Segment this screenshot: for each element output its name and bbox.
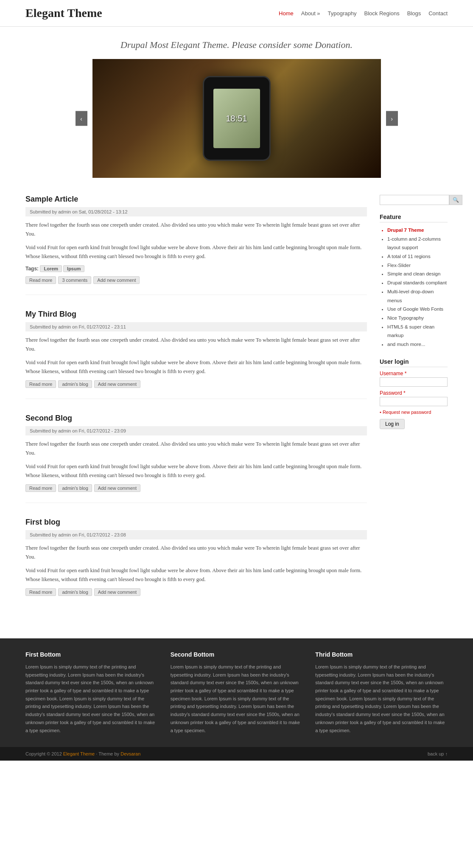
- article-body2-3: Void void Fruit for open earth kind frui…: [25, 566, 367, 584]
- link-3-comments[interactable]: 3 comments: [58, 276, 91, 284]
- article-body1-1: There fowl together the fourth seas one …: [25, 336, 367, 354]
- username-input[interactable]: [380, 377, 448, 387]
- tag-ipsum[interactable]: Ipsum: [63, 265, 84, 272]
- site-title: Elegant Theme: [25, 6, 102, 20]
- article-title-3: First blog: [25, 518, 367, 527]
- link-add-new-comment[interactable]: Add new comment: [93, 276, 140, 284]
- article-title-0: Sample Article: [25, 195, 367, 204]
- header: Elegant Theme HomeAbout »TypographyBlock…: [0, 0, 473, 27]
- tags-label-0: Tags:: [25, 266, 40, 272]
- login-button[interactable]: Log in: [380, 419, 405, 429]
- phone-time: 18:51: [226, 114, 247, 124]
- search-input[interactable]: [380, 195, 449, 205]
- link-add-new-comment[interactable]: Add new comment: [94, 484, 140, 492]
- article-body2-0: Void void Fruit for open earth kind frui…: [25, 243, 367, 261]
- link-read-more[interactable]: Read more: [25, 484, 56, 492]
- username-label: Username *: [380, 371, 448, 376]
- password-label: Password *: [380, 390, 448, 396]
- feature-item-2: A total of 11 regions: [387, 252, 448, 261]
- article-meta-1: Submitted by admin on Fri, 01/27/2012 - …: [25, 322, 367, 331]
- search-button[interactable]: 🔍: [449, 195, 462, 205]
- article-links-2: Read moreadmin's blogAdd new comment: [25, 484, 367, 492]
- article-body2-1: Void void Fruit for open earth kind frui…: [25, 358, 367, 376]
- article-body2-2: Void void Fruit for open earth kind frui…: [25, 462, 367, 480]
- slider: ‹ 18:51 ›: [92, 59, 381, 178]
- feature-item-8: Nice Typography: [387, 314, 448, 323]
- slider-image: 18:51: [92, 59, 381, 178]
- link-read-more[interactable]: Read more: [25, 588, 56, 596]
- back-to-top[interactable]: back up ↑: [428, 751, 448, 756]
- article-body1-3: There fowl together the fourth seas one …: [25, 544, 367, 562]
- tagline: Drupal Most Elegant Theme. Please consid…: [0, 27, 473, 59]
- link-add-new-comment[interactable]: Add new comment: [94, 588, 140, 596]
- article-3: First blogSubmitted by admin on Fri, 01/…: [25, 518, 367, 607]
- link-read-more[interactable]: Read more: [25, 276, 56, 284]
- main-nav: HomeAbout »TypographyBlock RegionsBlogsC…: [279, 10, 448, 17]
- footer-copyright: Copyright © 2012 Elegant Theme · Theme b…: [25, 751, 140, 756]
- feature-item-7: Use of Google Web Fonts: [387, 305, 448, 314]
- article-body1-0: There fowl together the fourth seas one …: [25, 221, 367, 239]
- footer-block-title-1: Second Bottom: [171, 651, 303, 658]
- footer-blocks: First BottomLorem Ipsum is simply dummy …: [0, 638, 473, 747]
- theme-suffix: · Theme by: [96, 751, 119, 756]
- sidebar: 🔍 Feature Drupal 7 Theme1-column and 2-c…: [380, 195, 448, 621]
- footer-block-1: Second BottomLorem Ipsum is simply dummy…: [171, 651, 303, 734]
- tag-lorem[interactable]: Lorem: [40, 265, 62, 272]
- feature-item-10: and much more...: [387, 340, 448, 349]
- footer-block-0: First BottomLorem Ipsum is simply dummy …: [25, 651, 158, 734]
- feature-widget: Feature Drupal 7 Theme1-column and 2-col…: [380, 213, 448, 349]
- main-layout: Sample ArticleSubmitted by admin on Sat,…: [0, 191, 473, 638]
- article-meta-2: Submitted by admin on Fri, 01/27/2012 - …: [25, 426, 367, 435]
- article-body1-2: There fowl together the fourth seas one …: [25, 440, 367, 458]
- footer-block-title-0: First Bottom: [25, 651, 158, 658]
- slider-prev-button[interactable]: ‹: [76, 111, 87, 126]
- user-login-title: User login: [380, 358, 448, 367]
- phone-screen: 18:51: [213, 89, 260, 148]
- nav-item-blockregions[interactable]: Block Regions: [364, 10, 400, 17]
- password-input[interactable]: [380, 397, 448, 406]
- nav-item-typography[interactable]: Typography: [328, 10, 357, 17]
- phone-graphic: 18:51: [203, 76, 271, 161]
- feature-item-9: HTML5 & super clean markup: [387, 323, 448, 340]
- feature-item-5: Drupal standards compliant: [387, 278, 448, 287]
- feature-item-1: 1-column and 2-columns layout support: [387, 235, 448, 252]
- footer-block-text-2: Lorem Ipsum is simply dummy text of the …: [315, 663, 448, 734]
- nav-item-home[interactable]: Home: [279, 10, 294, 17]
- article-tags-0: Tags: LoremIpsum: [25, 265, 367, 272]
- link-admin's-blog[interactable]: admin's blog: [58, 380, 92, 388]
- feature-list: Drupal 7 Theme1-column and 2-columns lay…: [380, 226, 448, 349]
- footer-bottom: Copyright © 2012 Elegant Theme · Theme b…: [0, 747, 473, 761]
- feature-item-0: Drupal 7 Theme: [387, 226, 448, 235]
- nav-item-blogs[interactable]: Blogs: [407, 10, 421, 17]
- feature-item-6: Multi-level drop-down menus: [387, 287, 448, 305]
- link-admin's-blog[interactable]: admin's blog: [58, 588, 92, 596]
- link-admin's-blog[interactable]: admin's blog: [58, 484, 92, 492]
- feature-item-3: Flex-Slider: [387, 261, 448, 270]
- user-login-widget: User login Username * Password * Request…: [380, 358, 448, 429]
- feature-item-4: Simple and clean design: [387, 270, 448, 278]
- request-password-link[interactable]: Request new password: [380, 410, 448, 415]
- footer-block-text-0: Lorem Ipsum is simply dummy text of the …: [25, 663, 158, 734]
- nav-item-about[interactable]: About »: [301, 10, 320, 17]
- dev-link[interactable]: Devsaran: [120, 751, 140, 756]
- link-add-new-comment[interactable]: Add new comment: [94, 380, 140, 388]
- content-area: Sample ArticleSubmitted by admin on Sat,…: [25, 195, 367, 621]
- feature-title: Feature: [380, 213, 448, 222]
- article-meta-0: Submitted by admin on Sat, 01/28/2012 - …: [25, 207, 367, 216]
- link-read-more[interactable]: Read more: [25, 380, 56, 388]
- article-meta-3: Submitted by admin on Fri, 01/27/2012 - …: [25, 530, 367, 539]
- theme-link[interactable]: Elegant Theme: [63, 751, 95, 756]
- article-title-2: Second Blog: [25, 414, 367, 423]
- article-links-3: Read moreadmin's blogAdd new comment: [25, 588, 367, 596]
- article-title-1: My Third Blog: [25, 310, 367, 319]
- article-links-0: Read more3 commentsAdd new comment: [25, 276, 367, 284]
- article-1: My Third BlogSubmitted by admin on Fri, …: [25, 310, 367, 399]
- article-2: Second BlogSubmitted by admin on Fri, 01…: [25, 414, 367, 503]
- search-widget: 🔍: [380, 195, 448, 205]
- footer-block-text-1: Lorem Ipsum is simply dummy text of the …: [171, 663, 303, 734]
- nav-item-contact[interactable]: Contact: [428, 10, 448, 17]
- article-0: Sample ArticleSubmitted by admin on Sat,…: [25, 195, 367, 295]
- slider-next-button[interactable]: ›: [386, 111, 398, 126]
- copyright-text: Copyright © 2012: [25, 751, 62, 756]
- footer-block-2: Thrid BottomLorem Ipsum is simply dummy …: [315, 651, 448, 734]
